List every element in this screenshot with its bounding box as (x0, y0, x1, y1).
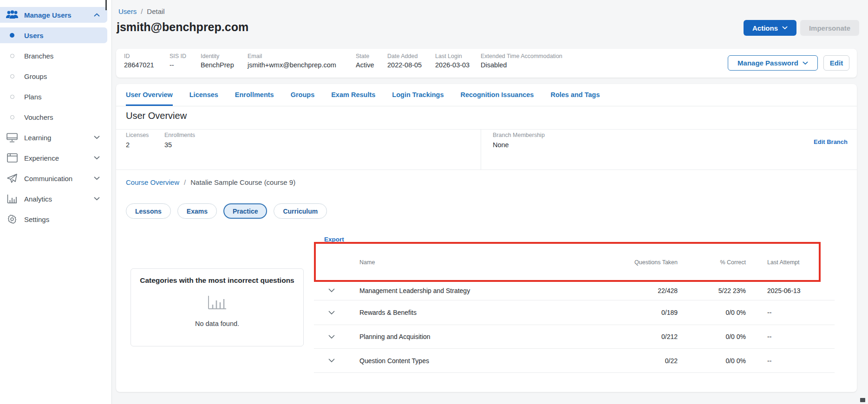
chevron-down-icon (94, 156, 100, 160)
circle-icon (0, 95, 24, 99)
expand-chevron-icon[interactable] (314, 311, 349, 315)
cell-percent-correct: 5/22 23% (678, 287, 746, 294)
tab-login-trackings[interactable]: Login Trackings (392, 84, 444, 106)
field-date-added: Date Added 2022-08-05 (387, 53, 435, 69)
sidebar-item-users[interactable]: Users (0, 27, 107, 43)
window-icon (0, 153, 24, 163)
empty-chart-icon (206, 295, 228, 311)
tab-groups[interactable]: Groups (291, 84, 315, 106)
chevron-down-icon (94, 197, 100, 201)
sidebar-item-label: Vouchers (24, 113, 107, 121)
cell-last-attempt: 2025-06-13 (746, 287, 835, 294)
sidebar-item-groups[interactable]: Groups (0, 68, 107, 84)
stat-label: Enrollments (164, 132, 195, 138)
pill-practice[interactable]: Practice (223, 203, 267, 219)
field-value: 28647021 (124, 61, 170, 69)
users-group-icon (0, 10, 24, 20)
main-content: Users/Detail jsmith@benchprep.com Action… (112, 0, 868, 404)
edit-button[interactable]: Edit (823, 55, 849, 71)
field-label: Last Login (435, 53, 481, 59)
field-label: Identity (201, 53, 248, 59)
sidebar-item-label: Experience (24, 154, 94, 162)
field-label: Extended Time Accommodation (481, 53, 620, 59)
sidebar-item-label: Groups (24, 72, 107, 80)
monitor-icon (0, 133, 24, 143)
pill-curriculum[interactable]: Curriculum (274, 203, 327, 219)
chevron-down-icon (94, 176, 100, 180)
field-email: Email jsmith+wmx@benchprep.com (248, 53, 356, 69)
stat-licenses: Licenses 2 (126, 132, 149, 149)
sidebar-item-plans[interactable]: Plans (0, 89, 107, 104)
categories-card-title: Categories with the most incorrect quest… (131, 276, 303, 285)
expand-chevron-icon[interactable] (314, 335, 349, 339)
tab-user-overview[interactable]: User Overview (126, 84, 173, 106)
manage-password-label: Manage Password (737, 59, 798, 67)
actions-button[interactable]: Actions (744, 20, 796, 36)
cell-questions-taken: 0/212 (611, 333, 678, 340)
table-row: Rewards & Benefits 0/189 0/0 0% -- (314, 300, 835, 325)
tab-roles-and-tags[interactable]: Roles and Tags (550, 84, 600, 106)
impersonate-button[interactable]: Impersonate (800, 20, 859, 36)
dot-icon (0, 33, 24, 38)
sidebar-item-learning[interactable]: Learning (0, 130, 107, 145)
divider (116, 169, 857, 170)
stat-enrollments: Enrollments 35 (164, 132, 195, 149)
tab-recognition-issuances[interactable]: Recognition Issuances (461, 84, 534, 106)
sidebar-item-experience[interactable]: Experience (0, 150, 107, 166)
export-link[interactable]: Export (324, 236, 344, 243)
sidebar-item-vouchers[interactable]: Vouchers (0, 109, 107, 125)
column-header-questions-taken: Questions Taken (611, 259, 678, 266)
column-header-percent-correct: % Correct (678, 259, 746, 266)
sidebar-item-analytics[interactable]: Analytics (0, 191, 107, 207)
field-value: 2026-03-03 (435, 61, 481, 69)
tab-bar: User Overview Licenses Enrollments Group… (116, 84, 857, 106)
field-label: State (356, 53, 387, 59)
tab-licenses[interactable]: Licenses (189, 84, 218, 106)
sidebar-scrollbar-thumb[interactable] (105, 0, 107, 10)
stat-branch-membership: Branch Membership None (493, 132, 545, 149)
breadcrumb-current: Detail (147, 7, 164, 15)
paper-plane-icon (0, 173, 24, 183)
field-extended-time: Extended Time Accommodation Disabled (481, 53, 620, 69)
vertical-divider (481, 129, 481, 169)
field-label: Date Added (387, 53, 435, 59)
cell-name: Planning and Acquisition (349, 333, 611, 340)
breadcrumb-users-link[interactable]: Users (118, 7, 137, 15)
cell-last-attempt: -- (746, 357, 835, 365)
stat-label: Branch Membership (493, 132, 545, 138)
circle-icon (0, 74, 24, 78)
mouse-cursor (860, 398, 865, 402)
chevron-up-icon (94, 13, 100, 17)
cell-percent-correct: 0/0 0% (678, 333, 746, 340)
field-value: Active (356, 61, 387, 69)
stat-value: None (493, 141, 545, 149)
cell-questions-taken: 0/22 (611, 357, 678, 365)
admin-app: { "sidebar": { "items": [ {"label": "Man… (0, 0, 868, 404)
sidebar-item-label: Learning (24, 134, 94, 142)
sidebar-item-manage-users[interactable]: Manage Users (0, 7, 107, 23)
sidebar-item-settings[interactable]: Settings (0, 211, 107, 227)
sidebar-item-communication[interactable]: Communication (0, 170, 107, 186)
pill-exams[interactable]: Exams (177, 203, 217, 219)
cell-questions-taken: 22/428 (611, 287, 678, 294)
section-heading: User Overview (126, 111, 187, 121)
practice-table: Export Name Questions Taken % Correct La… (314, 237, 835, 374)
field-state: State Active (356, 53, 387, 69)
table-header-row: Name Questions Taken % Correct Last Atte… (314, 244, 835, 281)
manage-password-button[interactable]: Manage Password (728, 55, 818, 71)
course-overview-link[interactable]: Course Overview (126, 178, 179, 186)
tab-exam-results[interactable]: Exam Results (331, 84, 375, 106)
chevron-down-icon (782, 26, 788, 30)
breadcrumb-separator: / (141, 7, 143, 15)
sidebar-item-label: Settings (24, 215, 107, 223)
field-value: jsmith+wmx@benchprep.com (248, 61, 356, 69)
expand-chevron-icon[interactable] (314, 358, 349, 363)
pill-lessons[interactable]: Lessons (126, 203, 171, 219)
sidebar-item-branches[interactable]: Branches (0, 48, 107, 64)
field-label: Email (248, 53, 356, 59)
sidebar-item-label: Communication (24, 175, 94, 182)
edit-branch-link[interactable]: Edit Branch (814, 138, 848, 145)
actions-button-label: Actions (752, 24, 778, 32)
tab-enrollments[interactable]: Enrollments (235, 84, 274, 106)
expand-chevron-icon[interactable] (314, 288, 349, 293)
